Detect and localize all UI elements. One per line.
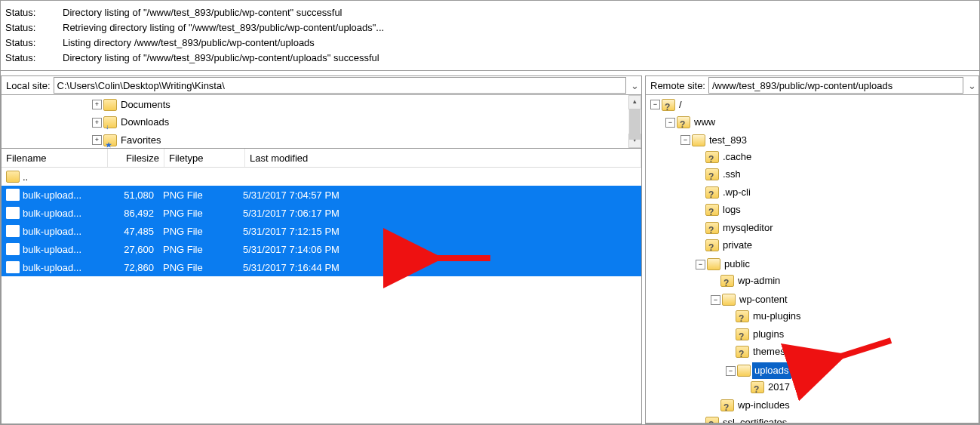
file-type: PNG File [158,222,238,240]
status-message: Listing directory /www/test_893/public/w… [63,35,979,51]
remote-path-input[interactable] [708,77,963,94]
folder-icon [707,258,720,270]
status-row: Status: Directory listing of "/www/test_… [1,51,979,66]
status-row: Status: Listing directory /www/test_893/… [1,35,979,51]
folder-icon [6,171,20,183]
tree-item-label[interactable]: Documents [118,97,173,113]
folder-unknown-icon [705,168,719,180]
dropdown-icon[interactable]: ⌄ [965,80,978,91]
expand-toggle[interactable]: − [696,260,705,269]
status-label: Status: [1,51,63,66]
remote-pathbar: Remote site: ⌄ [646,76,978,95]
local-pane: Local site: ⌄ +Documents +↓Downloads +★F… [1,75,642,424]
file-modified: 5/31/2017 7:04:57 PM [238,186,641,204]
file-icon [6,261,20,273]
file-icon [6,207,20,219]
tree-item-label[interactable]: www [692,114,717,131]
expand-toggle [726,348,734,356]
column-headers[interactable]: Filename Filesize Filetype Last modified [2,149,641,168]
file-size: 47,485 [103,222,158,240]
status-message: Retrieving directory listing of "/www/te… [63,20,979,35]
expand-toggle[interactable]: + [92,100,102,109]
expand-toggle [696,206,704,214]
folder-unknown-icon [677,116,690,128]
tree-item-label[interactable]: / [677,97,684,113]
expand-toggle[interactable]: + [92,118,102,128]
tree-item-label[interactable]: wp-admin [736,273,782,289]
file-type: PNG File [158,258,238,276]
expand-toggle [711,401,719,409]
file-name: bulk-upload... [23,262,81,273]
status-row: Status: Retrieving directory listing of … [1,20,979,35]
expand-toggle[interactable]: − [711,295,720,305]
folder-icon [692,134,705,146]
expand-toggle [696,188,704,196]
file-row[interactable]: bulk-upload...86,492PNG File5/31/2017 7:… [2,204,641,222]
file-row[interactable]: bulk-upload...51,080PNG File5/31/2017 7:… [2,186,641,204]
tree-item-label[interactable]: public [722,256,752,273]
folder-unknown-icon [720,275,734,287]
tree-item-label[interactable]: uploads [752,362,791,379]
file-icon [6,225,20,237]
scroll-thumb[interactable] [629,109,641,140]
remote-tree[interactable]: −/−www−test_893.cache.ssh.wp-clilogsmysq… [646,95,978,423]
status-label: Status: [1,5,63,20]
tree-item-label[interactable]: test_893 [707,132,749,149]
tree-item-label[interactable]: wp-includes [736,397,792,414]
expand-toggle[interactable]: − [680,135,690,145]
tree-item-label[interactable]: logs [720,202,743,218]
tree-item-label[interactable]: themes [751,343,788,360]
file-modified: 5/31/2017 7:16:44 PM [238,258,641,276]
file-icon [6,189,20,201]
tree-item-label[interactable]: Favorites [118,132,163,149]
tree-item-label[interactable]: wp-content [737,291,790,308]
folder-unknown-icon [705,186,719,199]
expand-toggle [711,277,719,285]
folder-unknown-icon [705,417,719,423]
folder-unknown-icon [662,99,675,111]
file-name: bulk-upload... [23,189,81,201]
tree-item-label[interactable]: mysqleditor [720,220,775,236]
expand-toggle[interactable]: − [665,118,675,128]
folder-unknown-icon [736,328,749,340]
column-filename[interactable]: Filename [2,149,108,167]
dropdown-icon[interactable]: ⌄ [628,80,641,91]
file-name: bulk-upload... [23,226,81,237]
local-path-input[interactable] [54,77,626,94]
scrollbar[interactable]: ▴ ▾ [628,95,641,148]
expand-toggle[interactable]: + [92,135,102,145]
tree-item-label[interactable]: .wp-cli [720,184,753,201]
tree-item-label[interactable]: .cache [720,149,754,165]
parent-dir-row[interactable]: .. [2,168,641,186]
folder-icon [722,294,736,306]
tree-item-label[interactable]: Downloads [118,114,171,131]
file-name: bulk-upload... [23,244,81,255]
column-filesize[interactable]: Filesize [108,149,164,167]
expand-toggle [726,330,734,338]
column-filetype[interactable]: Filetype [164,149,245,167]
expand-toggle [696,171,704,179]
scroll-up-button[interactable]: ▴ [628,95,641,109]
tree-item-label[interactable]: .ssh [720,166,743,183]
tree-item-label[interactable]: 2017 [766,379,792,396]
column-modified[interactable]: Last modified [245,149,641,167]
local-tree[interactable]: +Documents +↓Downloads +★Favorites ▴ ▾ [2,95,641,149]
local-file-list[interactable]: Filename Filesize Filetype Last modified… [2,149,641,423]
file-row[interactable]: bulk-upload...72,860PNG File5/31/2017 7:… [2,258,641,276]
folder-icon: ★ [103,134,117,146]
file-row[interactable]: bulk-upload...47,485PNG File5/31/2017 7:… [2,222,641,240]
file-row[interactable]: bulk-upload...27,600PNG File5/31/2017 7:… [2,240,641,258]
expand-toggle[interactable]: − [726,366,736,376]
folder-unknown-icon [705,204,719,216]
folder-icon [737,365,751,377]
status-log: Status: Directory listing of "/www/test_… [1,1,979,71]
tree-item-label[interactable]: private [720,237,754,254]
tree-item-label[interactable]: mu-plugins [751,308,803,325]
expand-toggle[interactable]: − [650,100,660,109]
file-size: 51,080 [103,186,158,204]
tree-item-label[interactable]: plugins [751,326,786,343]
tree-item-label[interactable]: ssl_certificates [720,414,789,423]
folder-icon: ↓ [103,116,117,128]
file-modified: 5/31/2017 7:14:06 PM [238,240,641,258]
remote-site-label: Remote site: [646,80,707,91]
